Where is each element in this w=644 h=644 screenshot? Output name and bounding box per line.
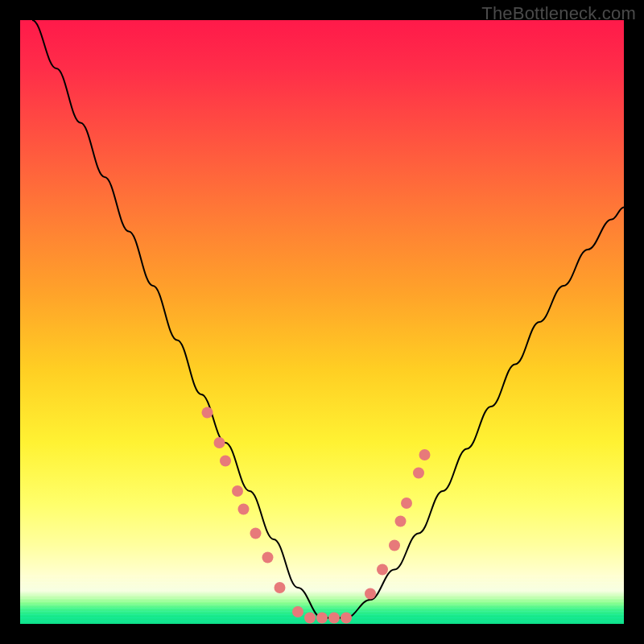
- data-marker: [292, 606, 303, 617]
- data-marker: [275, 582, 286, 593]
- marker-group: [202, 407, 431, 624]
- data-marker: [395, 516, 407, 527]
- curve-layer: [20, 20, 624, 624]
- data-marker: [419, 449, 431, 460]
- bottleneck-curve: [32, 20, 624, 618]
- data-marker: [365, 588, 376, 600]
- data-marker: [214, 437, 225, 448]
- data-marker: [413, 468, 424, 479]
- data-marker: [238, 504, 250, 515]
- data-marker: [401, 497, 412, 509]
- data-marker: [250, 528, 262, 539]
- watermark-text: TheBottleneck.com: [481, 3, 636, 24]
- data-marker: [316, 613, 328, 624]
- data-marker: [202, 407, 213, 419]
- plot-area: [20, 20, 624, 624]
- data-marker: [377, 564, 388, 576]
- data-marker: [328, 613, 340, 624]
- data-marker: [262, 552, 274, 564]
- data-marker: [220, 456, 231, 467]
- data-marker: [341, 613, 352, 624]
- outer-frame: TheBottleneck.com: [0, 0, 644, 644]
- data-marker: [232, 485, 243, 497]
- data-marker: [304, 613, 316, 624]
- data-marker: [389, 540, 400, 551]
